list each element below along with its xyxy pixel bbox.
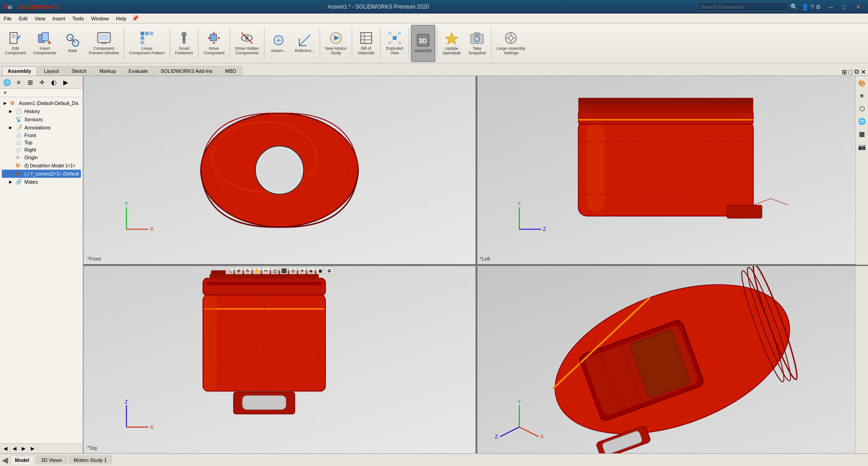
bom-button[interactable]: Bill ofMaterials	[354, 25, 378, 62]
exploded-view-button[interactable]: ExplodedView	[382, 25, 407, 62]
restore-button[interactable]: □	[838, 2, 851, 11]
tab-layout[interactable]: Layout	[38, 66, 65, 76]
vm-display2[interactable]: ⬛	[280, 267, 288, 274]
config-manager-btn[interactable]: ⊞	[25, 77, 35, 87]
tab-sketch[interactable]: Sketch	[66, 66, 93, 76]
sidebar-toolbar: 🌐 ≡ ⊞ ✛ ◐ ▶	[0, 76, 83, 89]
instant3d-button[interactable]: 3D Instant3D	[411, 25, 435, 62]
bottom-tab-3dviews[interactable]: 3D Views	[36, 456, 67, 464]
edit-component-button[interactable]: EditComponent	[2, 25, 29, 62]
tree-right[interactable]: ⬜ Right	[2, 146, 81, 153]
menu-view[interactable]: View	[31, 14, 49, 23]
menu-tools[interactable]: Tools	[69, 14, 88, 23]
scroll-next[interactable]: ▶	[20, 445, 27, 452]
vp-control-tile[interactable]: ⊞	[842, 68, 847, 76]
pin-icon[interactable]: 📌	[132, 15, 139, 22]
snapshot-button[interactable]: TakeSnapshot	[465, 25, 489, 62]
tree-history[interactable]: ▶ 🕐 History	[2, 107, 81, 115]
menu-insert[interactable]: Insert	[49, 14, 69, 23]
origin-label: Origin	[24, 155, 38, 160]
linear-pattern-button[interactable]: LinearComponent Pattern	[126, 25, 168, 62]
tree-origin[interactable]: ✛ Origin	[2, 153, 81, 162]
display-manager-btn[interactable]: ◐	[49, 77, 59, 87]
scroll-left[interactable]: ◀	[2, 445, 9, 452]
dimbxpert-btn[interactable]: ✛	[37, 77, 47, 87]
scene-btn[interactable]: ☀	[857, 90, 868, 101]
viewport-top[interactable]: 🔍 ⊕ ↻ ✋ ✂ ◫ ⬛ ⊙ ☀ ◈ ▣ 🖥	[84, 265, 476, 453]
model-left: Y Z	[476, 76, 868, 264]
new-motion-button[interactable]: New MotionStudy	[322, 25, 350, 62]
vp-control-float[interactable]: ⧉	[854, 68, 859, 76]
viewport-left[interactable]: Y Z *Left	[476, 76, 868, 264]
svg-text:Z: Z	[125, 399, 128, 404]
search-input[interactable]	[698, 2, 788, 11]
bottom-tab-model[interactable]: Model	[10, 456, 34, 464]
decals-btn[interactable]: ⬡	[857, 103, 868, 114]
reference-button[interactable]: Referenc...	[292, 25, 318, 62]
insert-components-button[interactable]: InsertComponents	[30, 25, 60, 62]
bottom-tab-motion[interactable]: Motion Study 1	[69, 456, 112, 464]
show-hidden-button[interactable]: Show HiddenComponents	[232, 25, 263, 62]
right-icon: ⬜	[15, 147, 23, 152]
tab-markup[interactable]: Markup	[94, 66, 122, 76]
vm-display1[interactable]: ◫	[271, 267, 279, 274]
tab-evaluate[interactable]: Evaluate	[123, 66, 154, 76]
move-component-button[interactable]: MoveComponent	[200, 25, 228, 62]
large-assembly-button[interactable]: Large AssemblySettings	[493, 25, 528, 62]
tree-sensors[interactable]: 📡 Sensors	[2, 115, 81, 124]
component-preview-button[interactable]: ComponentPreview Window	[86, 25, 123, 62]
expand-btn[interactable]: ▶	[61, 77, 71, 87]
scroll-right[interactable]: ▶	[29, 445, 36, 452]
shadows-btn[interactable]: ▦	[857, 128, 868, 139]
options-icon[interactable]: ⚙	[816, 4, 821, 10]
property-manager-btn[interactable]: ≡	[14, 77, 24, 87]
camera-btn[interactable]: 📷	[857, 141, 868, 152]
svg-rect-50	[474, 33, 480, 35]
tab-assembly[interactable]: Assembly	[2, 66, 37, 76]
realview-btn[interactable]: 🌐	[857, 116, 868, 127]
vm-display3[interactable]: ⊙	[289, 267, 297, 274]
vm-rotate[interactable]: ↻	[244, 267, 252, 274]
feature-manager-btn[interactable]: 🌐	[2, 77, 12, 87]
vm-pan[interactable]: ✋	[253, 267, 261, 274]
tab-addins[interactable]: SOLIDWORKS Add-Ins	[155, 66, 218, 76]
tree-front[interactable]: ⬜ Front	[2, 132, 81, 139]
vm-section[interactable]: ✂	[262, 267, 270, 274]
vp-control-single[interactable]: □	[849, 68, 853, 76]
tree-decathlon[interactable]: ⚙ (f) Decathlon Model 1<1>	[2, 162, 81, 170]
speedpak-button[interactable]: UpdateSpeedpak	[439, 25, 464, 62]
tree-yconnect[interactable]: ⚙ (-) Y_connect2<1> (Default	[2, 170, 81, 178]
vm-display6[interactable]: ▣	[316, 267, 324, 274]
menu-window[interactable]: Window	[88, 14, 113, 23]
user-icon[interactable]: 👤	[802, 4, 809, 10]
scroll-prev[interactable]: ◀	[11, 445, 18, 452]
viewport-isometric[interactable]: Y X Z	[476, 265, 868, 453]
vm-zoom2[interactable]: ⊕	[235, 267, 243, 274]
scroll-left-btn[interactable]: ◀	[2, 455, 8, 465]
vm-monitor[interactable]: 🖥	[325, 267, 333, 274]
front-label: Front	[24, 133, 36, 138]
menu-file[interactable]: File	[0, 14, 15, 23]
tree-root[interactable]: ▶ ⚙ Assem1 (Default<Default_Dis	[2, 99, 81, 107]
svg-line-44	[391, 40, 393, 42]
minimize-button[interactable]: ─	[825, 2, 837, 11]
close-button[interactable]: ✕	[852, 2, 864, 11]
vm-display4[interactable]: ☀	[298, 267, 306, 274]
menu-help[interactable]: Help	[113, 14, 130, 23]
assem-button[interactable]: Assem...	[266, 25, 291, 62]
appearance-btn[interactable]: 🎨	[857, 78, 868, 89]
svg-text:Y: Y	[517, 200, 521, 206]
mate-button[interactable]: Mate	[61, 25, 85, 62]
help-icon[interactable]: ?	[811, 4, 814, 10]
tree-top[interactable]: ⬜ Top	[2, 139, 81, 146]
vm-zoom[interactable]: 🔍	[226, 267, 234, 274]
tab-mbd[interactable]: MBD	[219, 66, 242, 76]
smart-fasteners-button[interactable]: SmartFasteners	[172, 25, 196, 62]
tree-annotations[interactable]: ▶ 📝 Annotations	[2, 124, 81, 132]
vp-control-close[interactable]: ✕	[861, 68, 866, 76]
menu-edit[interactable]: Edit	[15, 14, 31, 23]
tree-mates[interactable]: ▶ 🔗 Mates	[2, 178, 81, 186]
vm-display5[interactable]: ◈	[307, 267, 315, 274]
viewport-front[interactable]: X Y *Front	[84, 76, 476, 264]
v-splitter[interactable]	[476, 76, 477, 453]
